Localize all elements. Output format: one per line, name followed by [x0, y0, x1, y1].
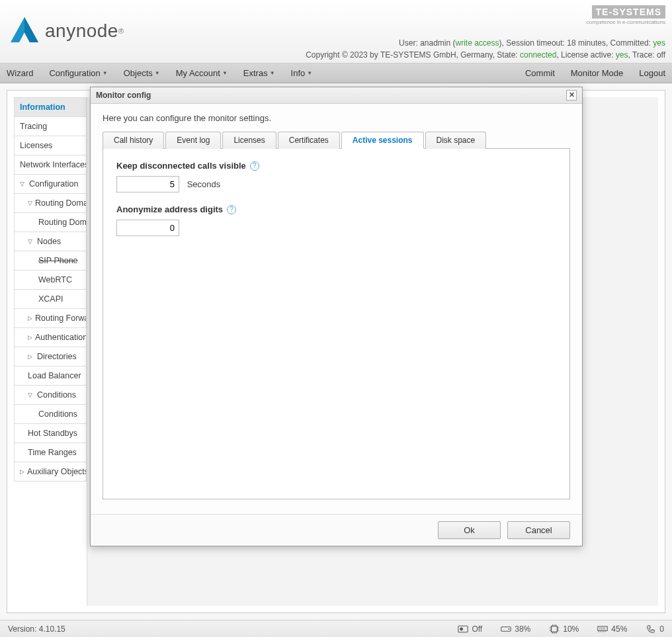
- anonymize-input[interactable]: [116, 220, 179, 236]
- keep-disconnected-label: Keep disconnected calls visible ?: [116, 161, 556, 171]
- sidebar: InformationTracingLicensesNetwork Interf…: [14, 97, 87, 606]
- sidebar-item[interactable]: Conditions: [14, 405, 87, 424]
- caret-down-icon: ▼: [155, 70, 160, 76]
- sidebar-item-label: Time Ranges: [28, 448, 77, 457]
- chevron-down-icon: ▽: [28, 238, 34, 245]
- te-systems-tagline: competence in e-communications: [587, 19, 665, 25]
- sidebar-item[interactable]: ▽Nodes: [14, 232, 87, 251]
- chevron-right-icon: ▷: [20, 468, 24, 475]
- dialog-title: Monitor config: [96, 91, 151, 100]
- sidebar-item-label: Conditions: [37, 390, 76, 400]
- menu-logout[interactable]: Logout: [639, 68, 665, 78]
- close-icon[interactable]: ✕: [566, 90, 577, 101]
- sidebar-item[interactable]: ▽Conditions: [14, 386, 87, 405]
- menu-my-account[interactable]: My Account▼: [176, 68, 228, 78]
- sidebar-item[interactable]: ▽Configuration: [14, 175, 87, 194]
- cancel-button[interactable]: Cancel: [507, 521, 570, 539]
- brand-name: anynode: [45, 21, 118, 42]
- chevron-down-icon: ▽: [28, 392, 34, 398]
- sidebar-item[interactable]: Time Ranges: [14, 443, 87, 462]
- dialog-titlebar[interactable]: Monitor config ✕: [91, 87, 582, 104]
- help-icon[interactable]: ?: [250, 161, 259, 171]
- chevron-right-icon: ▷: [28, 334, 32, 341]
- cpu-icon: [549, 624, 560, 634]
- menu-configuration[interactable]: Configuration▼: [49, 68, 107, 78]
- header-line-2: Copyright © 2023 by TE-SYSTEMS GmbH, Ger…: [306, 49, 665, 61]
- status-bar: Version: 4.10.15 Off 38% 10% 45% 0: [0, 620, 672, 637]
- sidebar-item-label: Network Interfaces: [20, 160, 87, 169]
- menu-objects[interactable]: Objects▼: [124, 68, 160, 78]
- sidebar-item-label: Licenses: [20, 141, 52, 150]
- sidebar-item[interactable]: ▽Routing Domains: [14, 194, 87, 213]
- memory-icon: [597, 624, 608, 634]
- calls-status: 0: [646, 624, 664, 634]
- sidebar-item[interactable]: Hot Standbys: [14, 424, 87, 443]
- sidebar-item-label: Hot Standbys: [28, 429, 77, 438]
- phone-icon: [646, 624, 656, 634]
- sidebar-item-label: Tracing: [20, 122, 47, 131]
- svg-point-3: [509, 628, 510, 630]
- memory-status: 45%: [597, 624, 627, 634]
- anynode-logo-icon: [8, 15, 41, 48]
- chevron-down-icon: ▽: [20, 181, 26, 187]
- tab-active-sessions[interactable]: Active sessions: [341, 132, 424, 149]
- sidebar-item[interactable]: Network Interfaces: [14, 155, 87, 175]
- dialog-footer: Ok Cancel: [91, 514, 582, 546]
- caret-down-icon: ▼: [270, 70, 275, 76]
- sidebar-item-label: Routing Forwarding: [35, 314, 87, 323]
- sidebar-item[interactable]: WebRTC: [14, 271, 87, 290]
- caret-down-icon: ▼: [307, 70, 312, 76]
- anonymize-label: Anonymize address digits ?: [116, 204, 556, 214]
- sidebar-item-label: Routing Domain: [38, 218, 87, 227]
- record-icon: [458, 624, 468, 634]
- chevron-down-icon: ▽: [28, 200, 32, 206]
- sidebar-item-label: Load Balancer: [28, 371, 81, 380]
- disk-status: 38%: [501, 624, 530, 634]
- chevron-right-icon: ▷: [28, 315, 32, 321]
- keep-disconnected-unit: Seconds: [187, 179, 221, 189]
- tab-call-history[interactable]: Call history: [103, 132, 164, 149]
- sidebar-item-label: Information: [20, 103, 65, 112]
- menu-commit[interactable]: Commit: [525, 68, 555, 78]
- svg-rect-4: [552, 626, 558, 632]
- tab-event-log[interactable]: Event log: [165, 132, 221, 149]
- sidebar-item[interactable]: ▷Directories: [14, 347, 87, 366]
- help-icon[interactable]: ?: [227, 205, 236, 214]
- sidebar-item[interactable]: Load Balancer: [14, 366, 87, 386]
- sidebar-item[interactable]: ▷Authentication: [14, 328, 87, 347]
- keep-disconnected-input[interactable]: [116, 176, 179, 192]
- keep-disconnected-row: Keep disconnected calls visible ? Second…: [116, 161, 556, 192]
- sidebar-item[interactable]: ▷Routing Forwarding: [14, 309, 87, 328]
- sidebar-item[interactable]: Information: [14, 97, 87, 117]
- tab-certificates[interactable]: Certificates: [278, 132, 340, 149]
- sidebar-item-label: WebRTC: [38, 275, 72, 284]
- disk-icon: [501, 624, 511, 634]
- menu-monitor-mode[interactable]: Monitor Mode: [571, 68, 623, 78]
- app-header: anynode ® TE-SYSTEMS competence in e-com…: [0, 0, 672, 64]
- sidebar-item-label: Routing Domains: [35, 198, 87, 208]
- te-systems-name: TE-SYSTEMS: [592, 5, 665, 19]
- sidebar-item[interactable]: XCAPI: [14, 290, 87, 309]
- sidebar-item[interactable]: Licenses: [14, 136, 87, 155]
- record-status: Off: [458, 624, 482, 634]
- sidebar-item[interactable]: Routing Domain: [14, 213, 87, 232]
- sidebar-item[interactable]: Tracing: [14, 117, 87, 136]
- tab-content: Keep disconnected calls visible ? Second…: [103, 149, 570, 499]
- menu-info[interactable]: Info▼: [291, 68, 313, 78]
- tab-disk-space[interactable]: Disk space: [425, 132, 487, 149]
- monitor-config-dialog: Monitor config ✕ Here you can configure …: [90, 87, 583, 546]
- sidebar-item-label: Configuration: [29, 179, 78, 189]
- menu-extras[interactable]: Extras▼: [243, 68, 275, 78]
- sidebar-item-label: Directories: [37, 352, 77, 361]
- header-line-1: User: anadmin (write access), Session ti…: [306, 37, 665, 49]
- svg-point-1: [460, 627, 464, 630]
- sidebar-item[interactable]: SIP Phone: [14, 251, 87, 271]
- ok-button[interactable]: Ok: [438, 521, 501, 539]
- anonymize-row: Anonymize address digits ?: [116, 204, 556, 236]
- menu-wizard[interactable]: Wizard: [7, 68, 33, 78]
- sidebar-item[interactable]: ▷Auxiliary Objects: [14, 462, 87, 482]
- te-systems-logo: TE-SYSTEMS competence in e-communication…: [587, 5, 665, 25]
- header-status-lines: User: anadmin (write access), Session ti…: [306, 37, 665, 61]
- main-menubar: Wizard Configuration▼ Objects▼ My Accoun…: [0, 64, 672, 83]
- tab-licenses[interactable]: Licenses: [222, 132, 276, 149]
